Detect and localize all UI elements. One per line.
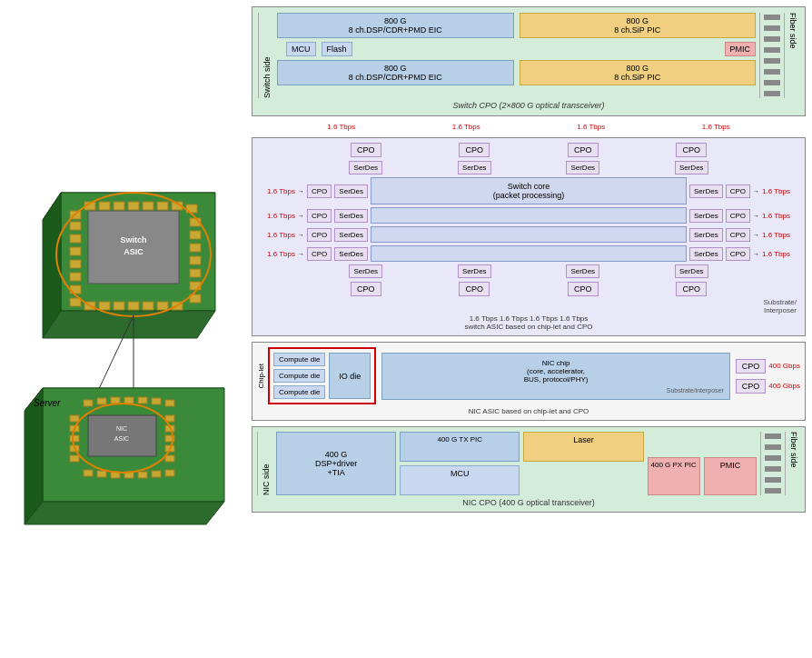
svg-text:ASIC: ASIC [114,435,129,442]
svg-rect-20 [70,273,81,281]
svg-rect-64 [165,400,174,406]
pmic-box: PMIC [725,42,757,56]
serdes-bot-2: SerDes [458,264,491,278]
sip-box-1: 800 G8 ch.SiP PIC [520,13,757,38]
svg-rect-13 [157,202,168,210]
svg-rect-12 [143,202,153,210]
switch-cpo-block: Switch side 800 G8 ch.DSP/CDR+PMD EIC 80… [252,6,806,116]
svg-rect-50 [70,435,79,442]
substrate-label: Substrate/Interposer [257,298,800,314]
svg-rect-34 [143,302,153,310]
mcu-small-box: MCU [400,465,520,495]
substrate-interposer-label: Substrate/interposer [388,387,723,394]
serdes-left-1: SerDes [334,184,368,198]
switch-core: Switch core(packet processing) [371,177,687,204]
nic-chiplet-title: NIC ASIC based on chip-let and CPO [257,407,800,415]
dsp-box-2: 800 G8 ch.DSP/CDR+PMD EIC [277,60,514,85]
io-die: IO die [329,353,371,399]
svg-rect-19 [70,260,81,268]
chiplet-red-border: Compute die Compute die Compute die IO d… [268,347,376,404]
gbps-2: 400 Gbps [768,382,800,390]
cpo-left-4: CPO [307,247,332,261]
serdes-top-4: SerDes [675,161,708,174]
tx-pic-box: 400 G TX PIC [400,432,520,462]
compute-die-1: Compute die [273,353,325,366]
switch-side-label: Switch side [258,13,273,98]
serdes-top-2: SerDes [458,161,491,174]
nic-cpo-2: CPO [736,379,767,394]
cpo-right-4: CPO [726,247,750,261]
svg-rect-61 [124,397,134,404]
cpo-right-2: CPO [726,209,750,223]
svg-rect-16 [70,222,81,230]
serdes-bot-4: SerDes [675,264,708,278]
svg-rect-60 [111,397,120,404]
svg-rect-63 [152,398,161,404]
serdes-left-4: SerDes [334,247,368,261]
switch-asic-block: CPO CPO CPO CPO SerDes SerDes SerDes Ser… [252,137,806,336]
svg-rect-33 [128,302,139,310]
cpo-right-3: CPO [726,228,750,242]
svg-rect-17 [70,234,81,243]
cpo-bot-4: CPO [676,282,707,296]
cpo-bot-1: CPO [351,282,381,296]
chip-3d-svg: Switch ASIC [15,147,233,529]
nic-fiber-side-label: Fiber side [785,432,800,495]
chip-illustration: Switch ASIC [15,147,233,511]
svg-rect-70 [152,471,161,477]
dsp-driver-box: 400 GDSP+driver+TIA [276,432,396,495]
svg-marker-43 [25,502,224,524]
svg-rect-57 [165,455,174,462]
serdes-bot-1: SerDes [349,264,382,278]
cpo-right-1: CPO [726,184,750,198]
compute-die-2: Compute die [273,369,325,383]
svg-rect-26 [190,256,201,264]
svg-rect-35 [157,302,168,310]
laser-box: Laser [523,432,643,462]
chiplet-label: Chip-let [257,364,265,389]
pmic-small-box: PMIC [704,457,757,495]
main-container: Switch ASIC [6,6,806,652]
svg-rect-69 [138,472,147,478]
px-pic-box: 400 G PX PIC [648,457,700,495]
cpo-left-3: CPO [307,228,332,242]
svg-text:ASIC: ASIC [124,247,144,256]
switch-asic-title: 1.6 Tbps 1.6 Tbps 1.6 Tbps 1.6 Tbps swit… [257,314,800,331]
nic-cpo-col: CPO 400 Gbps CPO 400 Gbps [736,359,800,394]
serdes-top-1: SerDes [349,161,382,174]
nic-chip-label: NIC chip(core, accelerator,BUS, protocol… [524,359,589,384]
cpo-top-1: CPO [351,143,381,157]
nic-side-label: NIC side [257,432,272,495]
dsp-box-1: 800 G8 ch.DSP/CDR+PMD EIC [277,13,514,38]
svg-text:Switch: Switch [120,235,146,244]
svg-rect-66 [97,471,106,477]
serdes-left-2: SerDes [334,209,368,223]
svg-rect-48 [70,415,79,422]
cpo-top-3: CPO [568,143,599,157]
flash-box: Flash [322,42,352,56]
serdes-right-2: SerDes [689,209,723,223]
serdes-right-4: SerDes [689,247,723,261]
cpo-left-1: CPO [307,184,332,198]
cpo-top-4: CPO [676,143,707,157]
svg-rect-27 [190,269,201,277]
svg-rect-11 [128,202,139,210]
nic-cpo-1: CPO [736,359,767,374]
svg-rect-18 [70,247,81,255]
svg-rect-31 [99,302,110,310]
svg-rect-24 [190,231,201,239]
tbps-arrows-top: 1.6 Tbps 1.6 Tbps 1.6 Tbps 1.6 Tbps [252,122,806,132]
compute-die-3: Compute die [273,385,325,399]
svg-rect-32 [114,302,124,310]
svg-rect-10 [114,202,124,210]
left-panel: Switch ASIC [6,6,243,652]
nic-chip-box: NIC chip(core, accelerator,BUS, protocol… [381,353,729,400]
serdes-top-3: SerDes [566,161,599,174]
svg-rect-62 [138,397,147,404]
fiber-side-label: Fiber side [784,13,799,98]
serdes-bot-3: SerDes [566,264,599,278]
gbps-1: 400 Gbps [768,362,800,370]
svg-rect-58 [84,400,93,406]
svg-rect-71 [165,470,174,476]
nic-cpo-block: NIC side 400 GDSP+driver+TIA 400 G TX PI… [252,426,806,513]
